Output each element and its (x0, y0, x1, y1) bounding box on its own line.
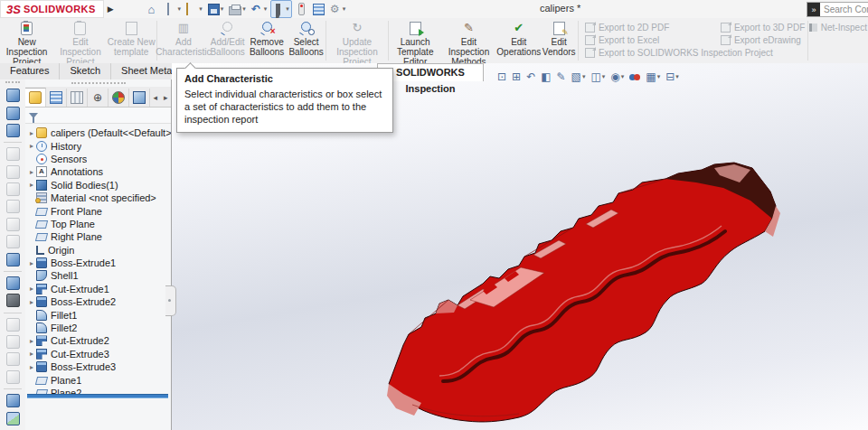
update-inspection-project-icon: ↻ (349, 21, 365, 35)
remove-balloons-button[interactable]: Remove Balloons (246, 18, 287, 63)
chevron-down-icon[interactable]: ▾ (199, 5, 203, 13)
tab-configuration-manager[interactable] (67, 89, 88, 107)
apply-scene-icon[interactable]: ▦▾ (646, 70, 660, 83)
panel-collapse-handle[interactable] (165, 285, 176, 316)
new-inspection-project-button[interactable]: New Inspection Project (0, 18, 53, 63)
tree-item-material[interactable]: Material <not specified> (27, 192, 171, 204)
tree-item-plane1[interactable]: Plane1 (27, 373, 171, 386)
tree-item-origin[interactable]: Origin (27, 244, 171, 257)
display-style-icon[interactable]: ◫▾ (590, 70, 605, 83)
view-settings-icon[interactable]: ⊟▾ (665, 70, 679, 83)
zoom-to-area-icon[interactable]: ⊞ (512, 70, 521, 83)
left-toolbar-icon[interactable] (6, 89, 20, 102)
tab-features[interactable]: Features (0, 63, 60, 79)
left-toolbar-icon[interactable] (6, 253, 20, 266)
tab-feature-manager[interactable] (25, 88, 46, 107)
dynamic-annotation-views-icon[interactable]: ✎ (557, 70, 566, 83)
chevron-down-icon[interactable]: ▾ (221, 5, 224, 13)
previous-view-icon[interactable]: ↶ (526, 70, 535, 83)
hide-show-items-icon[interactable]: ◉▾ (610, 70, 624, 83)
tree-item-top-plane[interactable]: Top Plane (27, 218, 171, 230)
tree-item-shell1[interactable]: Shell1 (27, 269, 171, 282)
tab-display-manager[interactable] (108, 89, 129, 107)
print-button[interactable]: ▾ (227, 1, 248, 17)
open-button[interactable]: ▾ (184, 1, 204, 17)
home-button[interactable]: ⌂ (146, 1, 162, 17)
tree-item-cut-extrude2[interactable]: ▸Cut-Extrude2 (27, 334, 171, 347)
tree-filter[interactable] (25, 108, 171, 124)
chevron-down-icon[interactable]: ▾ (242, 5, 246, 13)
save-button[interactable]: ▾ (206, 1, 226, 17)
tree-item-front-plane[interactable]: Front Plane (27, 204, 171, 217)
left-toolbar-icon[interactable] (6, 276, 20, 290)
tree-item-boss-extrude1[interactable]: ▸Boss-Extrude1 (27, 257, 171, 269)
search-box[interactable]: » Search Com (807, 2, 868, 17)
left-toolbar-icon[interactable] (6, 412, 20, 425)
tab-property-manager[interactable] (46, 89, 67, 107)
file-properties-button[interactable] (311, 1, 326, 17)
export-icon (585, 23, 595, 33)
left-toolbar-icon[interactable] (6, 394, 20, 407)
expand-icon[interactable]: ▸ (27, 285, 36, 293)
tree-item-right-plane[interactable]: Right Plane (27, 230, 171, 243)
tree-item-fillet2[interactable]: Fillet2 (27, 322, 171, 334)
left-toolbar-icon[interactable] (6, 107, 20, 120)
panel-drag-handle[interactable] (25, 79, 171, 87)
view-orientation-icon[interactable]: ▧▾ (571, 70, 586, 83)
undo-button[interactable]: ↶▾ (250, 1, 269, 17)
panel-tab-scroll-right-icon[interactable]: ▸ (161, 89, 171, 107)
expand-icon[interactable]: ▸ (27, 181, 36, 189)
chevron-down-icon[interactable]: ▾ (264, 5, 268, 13)
expand-icon[interactable]: ▸ (27, 168, 36, 176)
tree-item-cut-extrude3[interactable]: ▸Cut-Extrude3 (27, 348, 171, 360)
edit-operations-button[interactable]: ✔ Edit Operations (496, 18, 541, 63)
tab-dimxpert-manager[interactable]: ⊕ (88, 89, 108, 107)
chevron-down-icon[interactable]: ▾ (178, 5, 182, 13)
options-button[interactable]: ⚙▾ (328, 1, 348, 17)
menu-flyout-icon[interactable]: ▶ (108, 5, 114, 14)
rollback-bar[interactable] (27, 394, 168, 398)
tree-item-boss-extrude2[interactable]: ▸Boss-Extrude2 (27, 295, 171, 308)
tree-item-solid-bodies[interactable]: ▸Solid Bodies(1) (27, 179, 171, 192)
edit-vendors-button[interactable]: Edit Vendors (541, 18, 577, 63)
select-balloons-button[interactable]: Select Balloons (288, 18, 326, 63)
expand-icon[interactable]: ▸ (27, 259, 36, 267)
tab-sketch[interactable]: Sketch (60, 63, 111, 79)
feature-manager-icon (29, 91, 42, 104)
expand-icon[interactable]: ▸ (27, 363, 36, 371)
edit-appearance-icon[interactable] (629, 74, 640, 80)
export-icon (721, 23, 731, 33)
toolbar-drag-handle[interactable] (5, 81, 20, 83)
left-toolbar-icon (6, 218, 20, 231)
expand-icon[interactable]: ▸ (27, 350, 36, 358)
tree-root-calipers[interactable]: ▸ calipers (Default<<Default>_Display (27, 126, 171, 139)
expand-icon[interactable]: ▸ (27, 142, 36, 150)
left-toolbar (0, 79, 25, 430)
select-tool-button[interactable]: ▾ (270, 0, 292, 18)
expand-icon[interactable]: ▸ (27, 298, 36, 306)
section-view-icon[interactable]: ◧ (541, 70, 551, 83)
panel-tabs: ⊕ ◂ ▸ (25, 87, 171, 108)
tree-item-fillet1[interactable]: Fillet1 (27, 308, 171, 321)
rebuild-button[interactable] (294, 1, 309, 17)
tree-item-history[interactable]: ▸History (27, 139, 171, 152)
new-document-icon (167, 3, 169, 15)
left-toolbar-icon[interactable] (6, 294, 20, 307)
tree-item-annotations[interactable]: ▸AAnnotations (27, 165, 171, 178)
panel-tab-scroll-left-icon[interactable]: ◂ (150, 89, 160, 107)
expand-icon[interactable]: ▸ (27, 129, 36, 137)
tree-item-cut-extrude1[interactable]: ▸Cut-Extrude1 (27, 283, 171, 295)
zoom-to-fit-icon[interactable]: ⊡ (497, 70, 506, 83)
tree-item-boss-extrude3[interactable]: ▸Boss-Extrude3 (27, 360, 171, 373)
chevron-down-icon[interactable]: ▾ (286, 5, 289, 13)
new-document-button[interactable]: ▾ (164, 1, 184, 17)
chevron-down-icon[interactable]: ▾ (343, 5, 346, 13)
tree-item-label: Front Plane (51, 206, 102, 217)
tab-inspection-manager[interactable] (129, 89, 150, 107)
left-toolbar-icon[interactable] (6, 124, 20, 137)
expand-icon[interactable]: ▸ (27, 337, 36, 345)
launch-template-editor-button[interactable]: Launch Template Editor (390, 18, 441, 63)
search-commands-icon[interactable]: » (807, 3, 820, 16)
edit-inspection-methods-button[interactable]: ✎ Edit Inspection Methods (441, 18, 496, 63)
tree-item-sensors[interactable]: Sensors (27, 153, 171, 165)
